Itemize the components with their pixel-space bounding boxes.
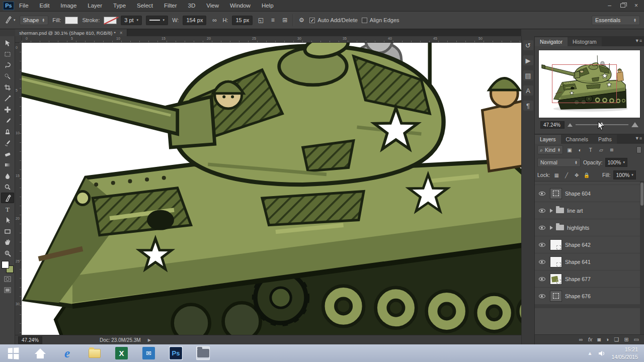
pen-tool[interactable] [1,193,14,203]
close-button[interactable]: × [634,2,638,9]
blur-tool[interactable] [1,170,14,181]
horizontal-ruler[interactable]: 0 5 10 15 20 25 30 35 40 45 50 [22,36,521,43]
layer-name[interactable]: Shape 676 [565,293,591,299]
height-field[interactable]: 15 px [232,16,253,25]
lock-pixels-icon[interactable]: ╱ [563,171,570,178]
visibility-toggle[interactable] [537,260,547,264]
layer-row[interactable]: Shape 677 [535,270,644,288]
hand-tool[interactable] [1,237,14,247]
file-explorer-button[interactable] [88,346,101,360]
new-group-icon[interactable]: ❏ [614,337,619,342]
tab-channels[interactable]: Channels [561,135,593,144]
menu-file[interactable]: File [19,3,29,9]
history-panel-icon[interactable]: ↺ [523,40,533,50]
layer-name[interactable]: Shape 677 [565,276,591,282]
shape-tool[interactable] [1,226,14,236]
layer-thumbnail[interactable] [550,188,562,199]
add-mask-icon[interactable]: ◙ [597,337,601,342]
menu-window[interactable]: Window [230,3,251,9]
opacity-field[interactable]: 100%▾ [605,158,627,167]
filter-smart-objects-icon[interactable]: ⧈ [608,146,616,154]
navigator-zoom-field[interactable]: 47.24% [540,121,565,129]
lock-transparency-icon[interactable]: ▦ [553,171,560,178]
filter-shape-layers-icon[interactable]: ▱ [597,146,605,154]
layer-thumbnail[interactable] [550,274,562,285]
color-swatches[interactable] [2,261,14,273]
desktop-app-button[interactable] [33,346,47,360]
minimize-button[interactable]: – [608,2,611,9]
menu-3d[interactable]: 3D [188,3,196,9]
layer-row[interactable]: Shape 641 [535,253,644,270]
layer-group-row[interactable]: line art [535,202,644,219]
clone-stamp-tool[interactable] [1,126,14,137]
menu-image[interactable]: Image [60,3,76,9]
tool-mode-select[interactable]: Shape▲▼ [20,16,49,25]
layer-group-row[interactable]: highlights [535,219,644,236]
path-alignment-icon[interactable]: ≡ [269,16,277,24]
foreground-color-swatch[interactable] [2,261,9,268]
menu-help[interactable]: Help [262,3,274,9]
crop-tool[interactable] [1,82,14,93]
menu-type[interactable]: Type [113,3,126,9]
move-tool[interactable] [1,38,14,48]
layer-row[interactable]: Shape 676 [535,288,644,305]
zoom-tool[interactable] [1,248,14,258]
layer-row-partial[interactable] [535,182,644,185]
path-operations-icon[interactable]: ◱ [257,16,265,24]
stroke-swatch[interactable] [104,17,117,24]
panel-menu-icon[interactable]: ▼≡ [635,136,642,141]
auto-add-delete-checkbox[interactable]: ✓ Auto Add/Delete [309,17,358,23]
workspace-select[interactable]: Essentials▲▼ [592,16,640,25]
layer-thumbnail[interactable] [550,291,562,302]
visibility-toggle[interactable] [537,226,547,230]
path-arrangement-icon[interactable]: ⊞ [281,16,289,24]
lock-all-icon[interactable]: 🔒 [583,171,590,178]
gradient-tool[interactable] [1,159,14,170]
menu-filter[interactable]: Filter [164,3,177,9]
internet-explorer-button[interactable]: e [60,346,74,360]
lasso-tool[interactable] [1,60,14,70]
filtering-toggle[interactable] [636,146,641,153]
library-folder-button[interactable] [196,346,210,360]
layer-row[interactable]: Shape 604 [535,185,644,202]
align-edges-checkbox[interactable]: Align Edges [362,17,399,23]
expand-group-icon[interactable] [550,209,553,213]
close-tab-icon[interactable]: × [120,30,123,36]
panel-menu-icon[interactable]: ▼≡ [635,38,642,43]
quick-selection-tool[interactable] [1,71,14,81]
eraser-tool[interactable] [1,148,14,159]
tool-preset-picker[interactable]: ▾ [4,16,16,24]
visibility-toggle[interactable] [537,294,547,298]
dodge-tool[interactable] [1,182,14,192]
visibility-toggle[interactable] [537,192,547,196]
status-zoom-field[interactable]: 47.24% [18,336,42,344]
tab-layers[interactable]: Layers [535,135,561,144]
show-hidden-icons-button[interactable]: ▲ [588,350,593,356]
tab-paths[interactable]: Paths [593,135,617,144]
menu-select[interactable]: Select [137,3,153,9]
quick-mask-icon[interactable] [1,274,14,284]
healing-brush-tool[interactable] [1,104,14,115]
filter-type-layers-icon[interactable]: T [587,146,595,154]
layer-style-icon[interactable]: fx [588,337,593,342]
visibility-toggle[interactable] [537,209,547,213]
width-field[interactable]: 154 px [183,16,206,25]
restore-icon[interactable] [620,4,625,8]
layer-name[interactable]: Shape 641 [565,259,591,265]
proxy-view-rectangle[interactable] [552,64,617,103]
stroke-style-select[interactable]: ▾ [146,16,168,25]
zoom-in-mountain-icon[interactable] [631,122,638,127]
type-tool[interactable]: T [1,204,14,214]
tab-navigator[interactable]: Navigator [535,37,568,46]
zoom-out-mountain-icon[interactable] [568,123,573,127]
fill-field[interactable]: 100%▾ [613,170,635,179]
layer-name[interactable]: highlights [567,225,589,231]
vertical-ruler[interactable]: 0 5 10 15 20 25 30 [15,43,22,335]
expand-group-icon[interactable] [550,226,553,230]
history-brush-tool[interactable] [1,137,14,148]
ruler-origin[interactable] [15,36,22,43]
canvas[interactable] [22,43,521,335]
visibility-toggle[interactable] [537,277,547,281]
adjustment-layer-icon[interactable]: ◑ [606,337,609,342]
photoshop-taskbar-button[interactable]: Ps [169,346,183,360]
